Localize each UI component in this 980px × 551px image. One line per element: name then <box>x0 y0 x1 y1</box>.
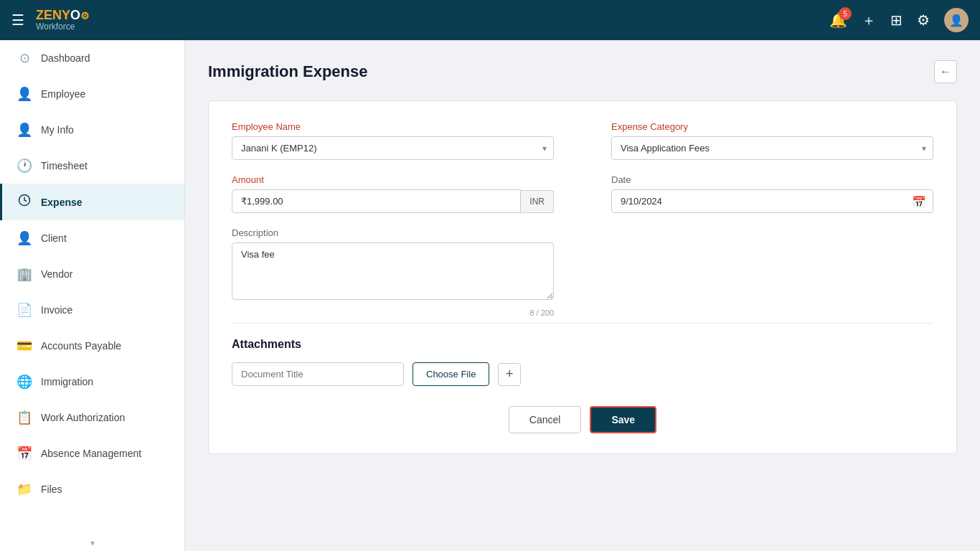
cancel-button[interactable]: Cancel <box>509 406 582 433</box>
form-row-3: Description Visa fee 8 / 200 <box>232 227 933 317</box>
employee-name-select[interactable]: Janani K (EMP12) <box>232 136 554 160</box>
dashboard-icon: ⊙ <box>17 50 32 66</box>
sidebar-item-label: Work Authorization <box>41 412 125 423</box>
action-buttons: Cancel Save <box>232 406 933 433</box>
sidebar-item-label: Accounts Payable <box>41 340 121 352</box>
sidebar-item-vendor[interactable]: 🏢 Vendor <box>0 256 184 292</box>
amount-label: Amount <box>232 174 554 185</box>
sidebar-item-label: Invoice <box>41 304 72 316</box>
grid-icon[interactable]: ⊞ <box>890 11 903 29</box>
sidebar-item-label: Immigration <box>41 376 93 387</box>
description-textarea[interactable]: Visa fee <box>232 242 554 300</box>
add-attachment-button[interactable]: + <box>498 363 521 386</box>
scroll-down-indicator: ▾ <box>0 535 184 551</box>
notification-badge: 5 <box>839 7 852 20</box>
logo-text: ZENYO⚙ <box>36 9 90 23</box>
sidebar: ⊙ Dashboard 👤 Employee 👤 My Info 🕐 Times… <box>0 40 185 551</box>
sidebar-item-label: My Info <box>41 124 74 136</box>
employee-icon: 👤 <box>17 86 32 102</box>
page-header: Immigration Expense ← <box>208 60 957 83</box>
sidebar-item-timesheet[interactable]: 🕐 Timesheet <box>0 148 184 184</box>
form-divider <box>232 323 933 324</box>
vendor-icon: 🏢 <box>17 266 32 282</box>
employee-name-group: Employee Name Janani K (EMP12) ▾ <box>232 121 554 160</box>
form-row-1: Employee Name Janani K (EMP12) ▾ Expense… <box>232 121 933 160</box>
sidebar-item-label: Vendor <box>41 268 72 280</box>
sidebar-item-label: Client <box>41 232 67 244</box>
sidebar-item-absence[interactable]: 📅 Absence Management <box>0 435 184 471</box>
form-row-2: Amount INR Date 📅 <box>232 174 933 213</box>
page-title: Immigration Expense <box>208 62 368 81</box>
sidebar-item-immigration[interactable]: 🌐 Immigration <box>0 364 184 400</box>
description-textarea-wrap: Visa fee <box>232 242 554 303</box>
sidebar-item-accounts-payable[interactable]: 💳 Accounts Payable <box>0 328 184 364</box>
expense-icon <box>17 194 32 210</box>
employee-name-label: Employee Name <box>232 121 554 132</box>
myinfo-icon: 👤 <box>17 122 32 138</box>
files-icon: 📁 <box>17 481 32 497</box>
expense-category-label: Expense Category <box>611 121 933 132</box>
sidebar-item-label: Timesheet <box>41 160 88 171</box>
attachment-row: Choose File + <box>232 362 933 386</box>
sidebar-item-work-authorization[interactable]: 📋 Work Authorization <box>0 400 184 435</box>
date-input-wrap: 📅 <box>611 189 933 213</box>
attachments-title: Attachments <box>232 338 933 351</box>
sidebar-item-dashboard[interactable]: ⊙ Dashboard <box>0 40 184 76</box>
top-navigation: ☰ ZENYO⚙ Workforce 🔔 5 ＋ ⊞ ⚙ 👤 <box>0 0 980 40</box>
client-icon: 👤 <box>17 230 32 246</box>
sidebar-item-label: Dashboard <box>41 52 90 64</box>
user-avatar[interactable]: 👤 <box>944 8 969 32</box>
accounts-payable-icon: 💳 <box>17 338 32 354</box>
logo-sub: Workforce <box>36 22 90 32</box>
attachments-section: Attachments Choose File + <box>232 338 933 386</box>
invoice-icon: 📄 <box>17 302 32 318</box>
sidebar-item-myinfo[interactable]: 👤 My Info <box>0 112 184 148</box>
absence-icon: 📅 <box>17 446 32 461</box>
expense-category-select-wrap: Visa Application Fees Travel Accommodati… <box>611 136 933 160</box>
date-group: Date 📅 <box>611 174 933 213</box>
sidebar-item-label: Files <box>41 484 62 495</box>
description-group: Description Visa fee 8 / 200 <box>232 227 554 317</box>
amount-group: Amount INR <box>232 174 554 213</box>
immigration-icon: 🌐 <box>17 374 32 390</box>
expense-category-group: Expense Category Visa Application Fees T… <box>611 121 933 160</box>
amount-input[interactable] <box>232 189 521 213</box>
sidebar-item-label: Expense <box>41 197 83 208</box>
employee-name-select-wrap: Janani K (EMP12) ▾ <box>232 136 554 160</box>
timesheet-icon: 🕐 <box>17 158 32 174</box>
work-auth-icon: 📋 <box>17 410 32 425</box>
choose-file-button[interactable]: Choose File <box>413 362 489 386</box>
sidebar-item-expense[interactable]: Expense <box>0 184 184 220</box>
document-title-input[interactable] <box>232 362 404 386</box>
save-button[interactable]: Save <box>590 406 656 433</box>
description-label: Description <box>232 227 554 238</box>
amount-input-wrap: INR <box>232 189 554 213</box>
immigration-expense-form: Employee Name Janani K (EMP12) ▾ Expense… <box>208 100 957 454</box>
logo: ZENYO⚙ Workforce <box>36 9 90 32</box>
main-content: Immigration Expense ← Employee Name Jana… <box>185 40 980 551</box>
date-input[interactable] <box>611 189 933 213</box>
currency-badge: INR <box>521 190 554 213</box>
hamburger-icon[interactable]: ☰ <box>11 11 24 29</box>
plus-icon: + <box>506 367 514 382</box>
sidebar-item-label: Employee <box>41 88 85 100</box>
settings-icon[interactable]: ⚙ <box>917 11 930 29</box>
notification-bell[interactable]: 🔔 5 <box>829 11 847 29</box>
expense-category-select[interactable]: Visa Application Fees Travel Accommodati… <box>611 136 933 160</box>
sidebar-item-client[interactable]: 👤 Client <box>0 220 184 256</box>
back-button[interactable]: ← <box>934 60 957 83</box>
sidebar-item-employee[interactable]: 👤 Employee <box>0 76 184 112</box>
sidebar-item-invoice[interactable]: 📄 Invoice <box>0 292 184 328</box>
add-icon[interactable]: ＋ <box>862 11 876 30</box>
sidebar-item-files[interactable]: 📁 Files <box>0 471 184 507</box>
sidebar-item-label: Absence Management <box>41 448 141 459</box>
date-label: Date <box>611 174 933 185</box>
char-count: 8 / 200 <box>232 309 554 317</box>
